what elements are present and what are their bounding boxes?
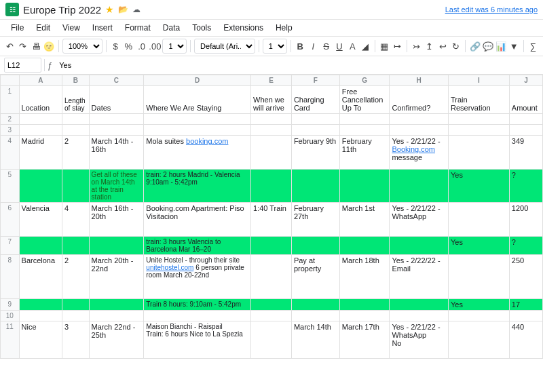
cell-a8[interactable]: Barcelona: [19, 255, 62, 299]
cell-f1[interactable]: Charging Card: [291, 86, 339, 114]
cell-e5[interactable]: [251, 170, 292, 203]
cell-j5[interactable]: ?: [509, 170, 542, 203]
cell-b7[interactable]: [62, 237, 90, 255]
cell-h3[interactable]: [390, 125, 449, 136]
cell-d1[interactable]: Where We Are Staying: [144, 86, 251, 114]
cell-i6[interactable]: [448, 203, 509, 237]
cell-d6[interactable]: Booking.com Apartment: Piso Visitacion: [144, 203, 251, 237]
cell-a3[interactable]: [19, 125, 62, 136]
menu-extensions[interactable]: Extensions: [218, 21, 269, 35]
strikethrough-button[interactable]: S: [320, 38, 332, 54]
zoom-select[interactable]: 100%: [62, 39, 102, 54]
cell-g1[interactable]: Free Cancellation Up To: [339, 86, 390, 114]
cell-j7[interactable]: ?: [509, 237, 542, 255]
cell-h9[interactable]: [390, 299, 449, 311]
madrid-booking-confirmed-link[interactable]: Booking.com: [392, 145, 435, 153]
menu-tools[interactable]: Tools: [187, 21, 217, 35]
cell-a10[interactable]: [19, 311, 62, 321]
cell-c7[interactable]: [89, 237, 144, 255]
font-size-select[interactable]: 10: [263, 39, 287, 54]
cell-a9[interactable]: [19, 299, 62, 311]
menu-insert[interactable]: Insert: [87, 21, 118, 35]
cell-d10[interactable]: [144, 311, 251, 321]
cell-g4[interactable]: February 11th: [339, 136, 390, 170]
cell-f11[interactable]: March 14th: [291, 321, 339, 359]
cell-a5[interactable]: [19, 170, 62, 203]
menu-format[interactable]: Format: [119, 21, 156, 35]
fill-color-button[interactable]: ◢: [360, 38, 371, 54]
italic-button[interactable]: I: [307, 38, 319, 54]
cell-f3[interactable]: [291, 125, 339, 136]
cell-f5[interactable]: [291, 170, 339, 203]
col-header-g[interactable]: G: [339, 75, 390, 86]
cell-e6[interactable]: 1:40 Train: [251, 203, 292, 237]
cell-g6[interactable]: March 1st: [339, 203, 390, 237]
cell-h2[interactable]: [390, 114, 449, 125]
spreadsheet-container[interactable]: A B C D E F G H I J 1 Location Length of…: [0, 75, 543, 389]
madrid-booking-link[interactable]: booking.com: [186, 137, 228, 145]
cell-h1[interactable]: Confirmed?: [390, 86, 449, 114]
chart-button[interactable]: 📊: [495, 38, 506, 54]
cell-e2[interactable]: [251, 114, 292, 125]
col-header-d[interactable]: D: [144, 75, 251, 86]
cell-j9[interactable]: 17: [509, 299, 542, 311]
cell-j6[interactable]: 1200: [509, 203, 542, 237]
col-header-c[interactable]: C: [89, 75, 144, 86]
cell-b3[interactable]: [62, 125, 90, 136]
valign-button[interactable]: ↥: [424, 38, 435, 54]
link-button[interactable]: 🔗: [469, 38, 481, 54]
cell-d7[interactable]: train: 3 hours Valencia to Barcelona Mar…: [144, 237, 251, 255]
cell-d9[interactable]: Train 8 hours: 9:10am - 5:42pm: [144, 299, 251, 311]
cell-i11[interactable]: [448, 321, 509, 359]
menu-help[interactable]: Help: [270, 21, 298, 35]
cell-c6[interactable]: March 16th - 20th: [89, 203, 144, 237]
cell-i4[interactable]: [448, 136, 509, 170]
cell-j3[interactable]: [509, 125, 542, 136]
cell-d4[interactable]: Mola suites booking.com: [144, 136, 251, 170]
cell-d11[interactable]: Maison Bianchi - RaispailTrain: 6 hours …: [144, 321, 251, 359]
comment-button[interactable]: 💬: [482, 38, 493, 54]
cell-e10[interactable]: [251, 311, 292, 321]
rotate-button[interactable]: ↻: [450, 38, 462, 54]
col-header-a[interactable]: A: [19, 75, 62, 86]
cell-c3[interactable]: [89, 125, 144, 136]
cell-a1[interactable]: Location: [19, 86, 62, 114]
cell-h4[interactable]: Yes - 2/21/22 - Booking.com message: [390, 136, 449, 170]
cell-g10[interactable]: [339, 311, 390, 321]
cell-e4[interactable]: [251, 136, 292, 170]
cell-e1[interactable]: When we will arrive: [251, 86, 292, 114]
cell-c4[interactable]: March 14th - 16th: [89, 136, 144, 170]
menu-file[interactable]: File: [5, 21, 29, 35]
format-type-select[interactable]: 123: [162, 39, 187, 54]
cell-g7[interactable]: [339, 237, 390, 255]
cell-g8[interactable]: March 18th: [339, 255, 390, 299]
cell-b11[interactable]: 3: [62, 321, 90, 359]
borders-button[interactable]: ▦: [379, 38, 390, 54]
cell-d8[interactable]: Unite Hostel - through their site uniteh…: [144, 255, 251, 299]
cell-h8[interactable]: Yes - 2/22/22 - Email: [390, 255, 449, 299]
star-icon[interactable]: ★: [105, 4, 114, 15]
cell-e11[interactable]: [251, 321, 292, 359]
cell-c10[interactable]: [89, 311, 144, 321]
last-edit-label[interactable]: Last edit was 6 minutes ago: [445, 5, 538, 14]
cell-f10[interactable]: [291, 311, 339, 321]
cell-d5[interactable]: train: 2 hours Madrid - Valencia 9:10am …: [144, 170, 251, 203]
cell-j1[interactable]: Amount: [509, 86, 542, 114]
cell-c9[interactable]: [89, 299, 144, 311]
cell-i8[interactable]: [448, 255, 509, 299]
cell-c2[interactable]: [89, 114, 144, 125]
cell-h7[interactable]: [390, 237, 449, 255]
cell-a6[interactable]: Valencia: [19, 203, 62, 237]
paint-format-button[interactable]: 🌝: [43, 38, 55, 54]
cell-b1[interactable]: Length of stay: [62, 86, 90, 114]
cell-e9[interactable]: [251, 299, 292, 311]
cell-f7[interactable]: [291, 237, 339, 255]
cell-g3[interactable]: [339, 125, 390, 136]
col-header-e[interactable]: E: [251, 75, 292, 86]
function-button[interactable]: ∑: [527, 38, 539, 54]
cell-f8[interactable]: Pay at property: [291, 255, 339, 299]
cell-b6[interactable]: 4: [62, 203, 90, 237]
bold-button[interactable]: B: [295, 38, 306, 54]
cell-c5[interactable]: Get all of these on March 14th at the tr…: [89, 170, 144, 203]
cell-f6[interactable]: February 27th: [291, 203, 339, 237]
